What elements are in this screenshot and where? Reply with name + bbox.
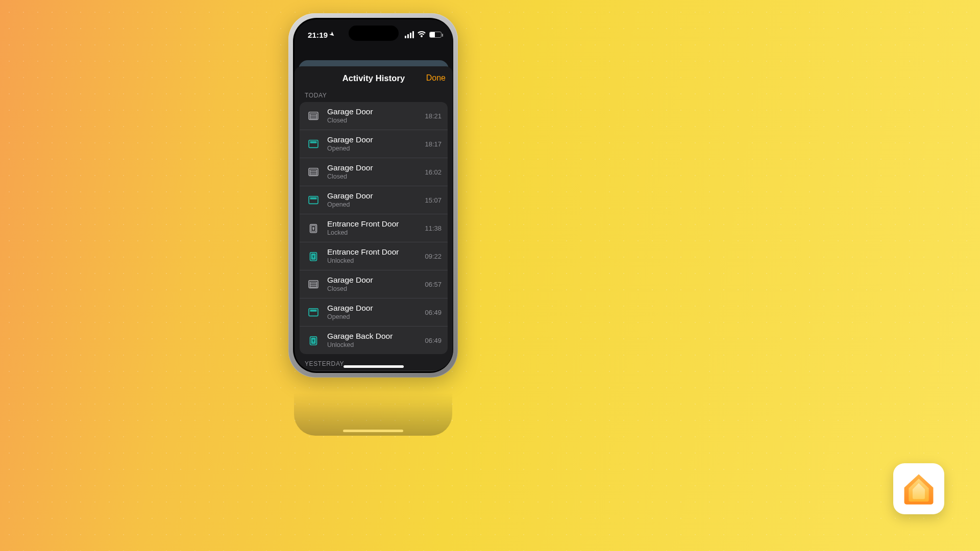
sheet-title: Activity History xyxy=(342,73,405,83)
activity-state: Closed xyxy=(327,285,415,293)
activity-list-scroll[interactable]: TODAYGarage DoorClosed18:21Garage DoorOp… xyxy=(295,90,453,371)
activity-state: Opened xyxy=(327,313,415,321)
garage-door-open-icon xyxy=(306,136,321,152)
activity-time: 06:49 xyxy=(422,337,442,344)
activity-state: Unlocked xyxy=(327,257,415,265)
activity-row[interactable]: Entrance Front DoorUnlocked09:22 xyxy=(300,242,448,270)
activity-device-name: Garage Door xyxy=(327,135,415,144)
activity-row-text: Garage DoorClosed xyxy=(327,275,415,293)
activity-row[interactable]: Garage DoorOpened18:17 xyxy=(300,130,448,158)
activity-row-text: Garage DoorOpened xyxy=(327,191,415,209)
activity-device-name: Garage Door xyxy=(327,275,415,285)
battery-icon xyxy=(429,32,442,38)
done-button[interactable]: Done xyxy=(426,66,446,90)
home-indicator[interactable] xyxy=(344,365,404,368)
garage-door-closed-icon xyxy=(306,164,321,180)
activity-row-text: Garage DoorClosed xyxy=(327,107,415,125)
activity-row[interactable]: Garage DoorClosed18:21 xyxy=(300,102,448,130)
wifi-icon xyxy=(417,31,426,38)
sheet-navigation-bar: Activity History Done xyxy=(295,66,453,90)
section-header: TODAY xyxy=(295,90,453,102)
activity-row[interactable]: Entrance Front DoorLocked11:38 xyxy=(300,214,448,242)
activity-time: 09:22 xyxy=(422,253,442,260)
activity-device-name: Garage Back Door xyxy=(327,331,415,341)
garage-door-closed-icon xyxy=(306,277,321,292)
activity-state: Closed xyxy=(327,117,415,125)
activity-device-name: Entrance Front Door xyxy=(327,219,415,229)
activity-history-sheet: Activity History Done TODAYGarage DoorCl… xyxy=(295,66,453,371)
activity-row-text: Garage DoorOpened xyxy=(327,135,415,153)
activity-time: 06:57 xyxy=(422,281,442,288)
activity-state: Closed xyxy=(327,173,415,181)
activity-row-text: Garage DoorOpened xyxy=(327,303,415,321)
lock-unlocked-icon xyxy=(306,248,321,264)
lock-locked-icon xyxy=(306,220,321,236)
activity-time: 11:38 xyxy=(422,224,442,232)
activity-device-name: Entrance Front Door xyxy=(327,247,415,257)
activity-row-text: Garage DoorClosed xyxy=(327,163,415,181)
activity-row[interactable]: Garage DoorOpened15:07 xyxy=(300,186,448,214)
activity-row[interactable]: Garage Back DoorUnlocked06:49 xyxy=(300,327,448,354)
activity-state: Locked xyxy=(327,229,415,237)
location-services-icon: ➤ xyxy=(328,30,336,38)
cellular-signal-icon xyxy=(405,31,414,38)
activity-row[interactable]: Garage DoorClosed06:57 xyxy=(300,270,448,298)
activity-row-text: Entrance Front DoorLocked xyxy=(327,219,415,237)
activity-row-text: Entrance Front DoorUnlocked xyxy=(327,247,415,265)
activity-device-name: Garage Door xyxy=(327,107,415,116)
status-time: 21:19 xyxy=(308,31,328,39)
activity-time: 06:49 xyxy=(422,309,442,316)
activity-section: YESTERDAYGarage Back Door22:30 xyxy=(295,354,453,371)
activity-time: 16:02 xyxy=(422,168,442,176)
activity-time: 18:21 xyxy=(422,112,442,120)
dynamic-island xyxy=(349,26,399,41)
activity-group: Garage Back Door22:30 xyxy=(300,370,448,371)
activity-state: Opened xyxy=(327,201,415,209)
lock-unlocked-icon xyxy=(306,333,321,348)
garage-door-open-icon xyxy=(306,192,321,208)
activity-section: TODAYGarage DoorClosed18:21Garage DoorOp… xyxy=(295,90,453,354)
home-app-icon xyxy=(893,463,944,514)
garage-door-closed-icon xyxy=(306,108,321,123)
activity-time: 15:07 xyxy=(422,196,442,204)
activity-state: Opened xyxy=(327,145,415,153)
activity-device-name: Garage Door xyxy=(327,163,415,172)
activity-state: Unlocked xyxy=(327,341,415,349)
activity-time: 18:17 xyxy=(422,140,442,148)
section-header: YESTERDAY xyxy=(295,354,453,370)
activity-row[interactable]: Garage Back Door22:30 xyxy=(300,370,448,371)
phone-mockup: 21:19 ➤ Activity History Done TODAYGarag xyxy=(288,13,458,378)
activity-group: Garage DoorClosed18:21Garage DoorOpened1… xyxy=(300,102,448,354)
activity-device-name: Garage Door xyxy=(327,303,415,313)
garage-door-open-icon xyxy=(306,305,321,320)
activity-row-text: Garage Back DoorUnlocked xyxy=(327,331,415,349)
activity-row[interactable]: Garage DoorClosed16:02 xyxy=(300,158,448,186)
activity-row[interactable]: Garage DoorOpened06:49 xyxy=(300,298,448,327)
activity-device-name: Garage Door xyxy=(327,191,415,201)
